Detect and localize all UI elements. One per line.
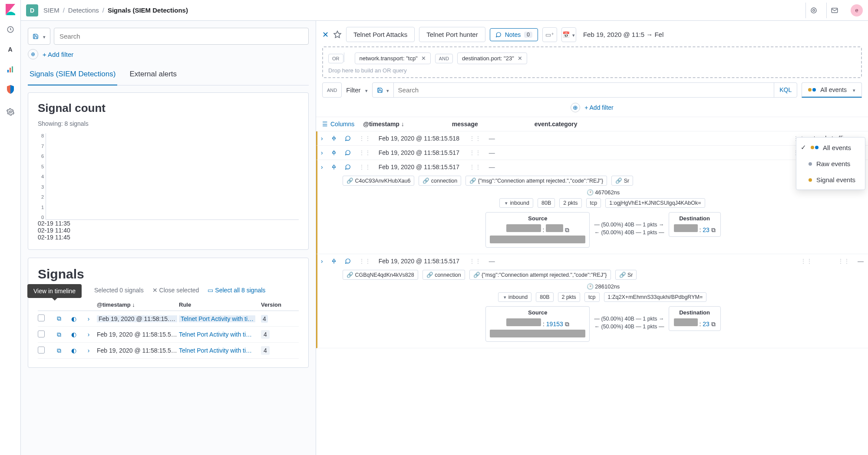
close-timeline-icon[interactable]: ✕ bbox=[322, 30, 329, 39]
saved-query-button[interactable] bbox=[28, 28, 50, 45]
expand-icon[interactable]: › bbox=[321, 164, 323, 170]
pin-icon[interactable] bbox=[331, 258, 337, 264]
events-menu-item[interactable]: Signal events bbox=[796, 172, 865, 188]
event-id-chip[interactable]: 🔗 CGBqNE4qdKn4kVs828 bbox=[343, 270, 418, 280]
notes-button[interactable]: Notes 0 bbox=[490, 28, 538, 41]
drag-handle-icon[interactable]: ⋮⋮ bbox=[359, 149, 371, 156]
expand-icon[interactable]: › bbox=[321, 135, 323, 142]
view-in-timeline-icon[interactable]: ◐ bbox=[67, 315, 80, 322]
select-all-link[interactable]: ▭ Select all 8 signals bbox=[208, 287, 265, 294]
filter-chip[interactable]: destination.port: "23"✕ bbox=[457, 52, 527, 64]
saved-query-button[interactable] bbox=[373, 83, 394, 97]
columns-link[interactable]: ☰ Columns bbox=[322, 121, 354, 128]
tab-signals[interactable]: Signals (SIEM Detections) bbox=[28, 65, 117, 85]
kibana-logo-icon[interactable] bbox=[3, 3, 17, 16]
event-json-chip[interactable]: 🔗 {"msg":"Connection attempt rejected.",… bbox=[465, 176, 607, 186]
view-in-timeline-icon[interactable]: ◐ bbox=[67, 347, 80, 354]
notes-icon[interactable] bbox=[345, 150, 351, 156]
star-icon[interactable] bbox=[333, 30, 342, 39]
events-filter-dropdown[interactable]: All events bbox=[802, 82, 862, 98]
direction-chip[interactable]: inbound bbox=[498, 292, 532, 302]
timeline-tab[interactable]: Telnet Port hunter bbox=[419, 27, 485, 42]
expand-icon[interactable]: › bbox=[321, 258, 323, 265]
external-link-icon[interactable]: ⧉ bbox=[711, 226, 716, 233]
siem-icon[interactable] bbox=[3, 82, 17, 96]
source-box: Source : ⧉ bbox=[485, 212, 590, 248]
filter-options-icon[interactable]: ⊕ bbox=[571, 103, 580, 112]
analyze-icon[interactable]: ⧉ bbox=[53, 331, 66, 338]
direction-chip[interactable]: inbound bbox=[499, 198, 533, 208]
cell-rule[interactable]: Telnet Port Activity with ti… bbox=[179, 347, 259, 354]
date-range[interactable]: Feb 19, 2020 @ 11:5 → Fel bbox=[583, 31, 663, 38]
search-input[interactable] bbox=[54, 28, 309, 45]
filter-dropdown[interactable]: Filter bbox=[346, 82, 367, 98]
drag-handle-icon[interactable]: ⋮⋮ bbox=[359, 164, 371, 170]
add-filter-link[interactable]: + Add filter bbox=[43, 51, 73, 58]
row-checkbox[interactable] bbox=[38, 347, 45, 354]
recent-icon[interactable] bbox=[3, 23, 17, 36]
col-message[interactable]: message bbox=[452, 121, 478, 128]
close-selected-button[interactable]: ✕ Close selected bbox=[152, 287, 199, 294]
cell-rule[interactable]: Telnet Port Activity with ti… bbox=[179, 315, 259, 322]
cell-rule[interactable]: Telnet Port Activity with ti… bbox=[179, 331, 259, 338]
remove-filter-icon[interactable]: ✕ bbox=[421, 55, 426, 62]
filter-chip[interactable]: network.transport: "tcp"✕ bbox=[355, 52, 431, 64]
event-id-chip[interactable]: 🔗 C4oC93AnvKHubXau6 bbox=[343, 176, 414, 186]
mail-icon[interactable] bbox=[826, 3, 842, 18]
notes-icon[interactable] bbox=[345, 135, 351, 141]
col-timestamp[interactable]: @timestamp ↓ bbox=[363, 121, 404, 128]
col-version[interactable]: Version bbox=[261, 301, 287, 308]
drag-handle-icon[interactable]: ⋮⋮ bbox=[359, 135, 371, 142]
newsfeed-icon[interactable] bbox=[805, 3, 821, 18]
events-menu-item[interactable]: Raw events bbox=[796, 156, 865, 172]
settings-icon[interactable] bbox=[3, 105, 17, 119]
expand-icon[interactable]: › bbox=[321, 149, 323, 156]
timeline-tab[interactable]: Telnet Port Attacks bbox=[346, 27, 415, 42]
pin-icon[interactable] bbox=[331, 150, 337, 156]
avatar[interactable]: e bbox=[851, 4, 863, 16]
notes-icon[interactable] bbox=[345, 164, 351, 170]
event-conn-chip[interactable]: 🔗 connection bbox=[422, 270, 465, 280]
analyze-icon[interactable]: ⧉ bbox=[53, 315, 66, 322]
space-badge[interactable]: D bbox=[26, 4, 38, 16]
timeline-search-input[interactable] bbox=[394, 83, 774, 97]
kql-toggle[interactable]: KQL bbox=[774, 83, 797, 97]
event-extra-chip[interactable]: 🔗 Sr bbox=[615, 270, 637, 280]
breadcrumb-item[interactable]: SIEM bbox=[43, 7, 59, 14]
date-picker-icon[interactable]: 📅 bbox=[561, 27, 576, 42]
col-timestamp[interactable]: @timestamp ↓ bbox=[97, 301, 177, 308]
analyze-icon[interactable]: ⧉ bbox=[53, 347, 66, 354]
and-toggle[interactable]: AND bbox=[322, 82, 342, 98]
destination-port[interactable]: 23 bbox=[703, 226, 710, 233]
source-port[interactable]: 19153 bbox=[546, 321, 563, 327]
add-filter-link[interactable]: + Add filter bbox=[584, 104, 614, 111]
events-menu-item[interactable]: All events bbox=[796, 139, 865, 156]
expand-icon[interactable]: › bbox=[82, 315, 95, 322]
view-in-timeline-icon[interactable]: ◐ bbox=[67, 331, 80, 338]
pin-icon[interactable] bbox=[331, 164, 337, 170]
event-conn-chip[interactable]: 🔗 connection bbox=[419, 176, 461, 186]
external-link-icon[interactable]: ⧉ bbox=[711, 321, 716, 327]
external-link-icon[interactable]: ⧉ bbox=[565, 321, 569, 327]
tab-external-alerts[interactable]: External alerts bbox=[128, 65, 178, 85]
row-checkbox[interactable] bbox=[38, 314, 45, 321]
drag-handle-icon[interactable]: ⋮⋮ bbox=[359, 258, 371, 265]
app-a-icon[interactable]: A bbox=[3, 43, 17, 56]
external-link-icon[interactable]: ⧉ bbox=[565, 226, 569, 233]
query-drop-zone[interactable]: OR network.transport: "tcp"✕ AND destina… bbox=[322, 46, 862, 78]
notes-icon[interactable] bbox=[345, 258, 351, 264]
event-extra-chip[interactable]: 🔗 Sr bbox=[611, 176, 633, 186]
col-rule[interactable]: Rule bbox=[179, 301, 259, 308]
col-category[interactable]: event.category bbox=[535, 121, 578, 128]
pin-icon[interactable] bbox=[331, 135, 337, 141]
remove-filter-icon[interactable]: ✕ bbox=[518, 55, 522, 62]
event-json-chip[interactable]: 🔗 {"msg":"Connection attempt rejected.",… bbox=[469, 270, 611, 280]
row-checkbox[interactable] bbox=[38, 331, 45, 337]
destination-port[interactable]: 23 bbox=[703, 321, 710, 327]
expand-icon[interactable]: › bbox=[82, 347, 95, 354]
breadcrumb-item[interactable]: Detections bbox=[68, 7, 99, 14]
filter-options-icon[interactable]: ⊕ bbox=[28, 49, 38, 59]
expand-icon[interactable]: › bbox=[82, 331, 95, 338]
visualize-icon[interactable] bbox=[3, 62, 17, 76]
new-timeline-icon[interactable]: ▭⁺ bbox=[542, 27, 557, 42]
